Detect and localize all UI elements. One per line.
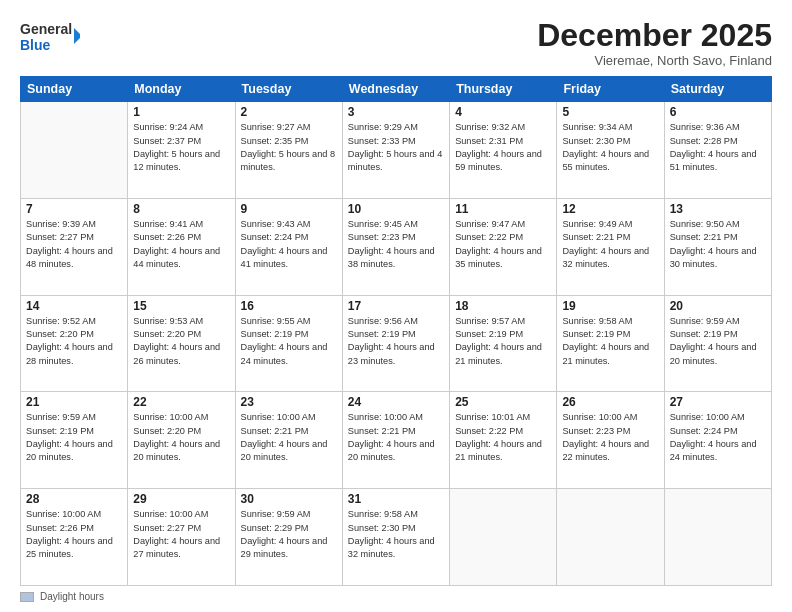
- header-saturday: Saturday: [664, 77, 771, 102]
- logo: General Blue: [20, 18, 80, 58]
- calendar-cell: 10Sunrise: 9:45 AM Sunset: 2:23 PM Dayli…: [342, 198, 449, 295]
- day-info: Sunrise: 10:00 AM Sunset: 2:21 PM Daylig…: [348, 411, 444, 464]
- week-row-5: 28Sunrise: 10:00 AM Sunset: 2:26 PM Dayl…: [21, 489, 772, 586]
- calendar-cell: 9Sunrise: 9:43 AM Sunset: 2:24 PM Daylig…: [235, 198, 342, 295]
- calendar-cell: 6Sunrise: 9:36 AM Sunset: 2:28 PM Daylig…: [664, 102, 771, 199]
- day-info: Sunrise: 9:56 AM Sunset: 2:19 PM Dayligh…: [348, 315, 444, 368]
- day-number: 23: [241, 395, 337, 409]
- day-info: Sunrise: 9:45 AM Sunset: 2:23 PM Dayligh…: [348, 218, 444, 271]
- header-sunday: Sunday: [21, 77, 128, 102]
- day-number: 4: [455, 105, 551, 119]
- day-info: Sunrise: 9:29 AM Sunset: 2:33 PM Dayligh…: [348, 121, 444, 174]
- logo-svg: General Blue: [20, 18, 80, 58]
- day-info: Sunrise: 10:01 AM Sunset: 2:22 PM Daylig…: [455, 411, 551, 464]
- svg-text:General: General: [20, 21, 72, 37]
- calendar-cell: [664, 489, 771, 586]
- day-info: Sunrise: 9:58 AM Sunset: 2:30 PM Dayligh…: [348, 508, 444, 561]
- calendar-cell: 13Sunrise: 9:50 AM Sunset: 2:21 PM Dayli…: [664, 198, 771, 295]
- day-number: 20: [670, 299, 766, 313]
- day-number: 12: [562, 202, 658, 216]
- day-info: Sunrise: 9:59 AM Sunset: 2:19 PM Dayligh…: [670, 315, 766, 368]
- day-number: 3: [348, 105, 444, 119]
- day-info: Sunrise: 9:43 AM Sunset: 2:24 PM Dayligh…: [241, 218, 337, 271]
- calendar-header-row: SundayMondayTuesdayWednesdayThursdayFrid…: [21, 77, 772, 102]
- title-block: December 2025 Vieremae, North Savo, Finl…: [537, 18, 772, 68]
- page: General Blue December 2025 Vieremae, Nor…: [0, 0, 792, 612]
- day-number: 31: [348, 492, 444, 506]
- header-tuesday: Tuesday: [235, 77, 342, 102]
- calendar-cell: 15Sunrise: 9:53 AM Sunset: 2:20 PM Dayli…: [128, 295, 235, 392]
- day-number: 28: [26, 492, 122, 506]
- day-info: Sunrise: 10:00 AM Sunset: 2:20 PM Daylig…: [133, 411, 229, 464]
- week-row-2: 7Sunrise: 9:39 AM Sunset: 2:27 PM Daylig…: [21, 198, 772, 295]
- week-row-1: 1Sunrise: 9:24 AM Sunset: 2:37 PM Daylig…: [21, 102, 772, 199]
- day-info: Sunrise: 10:00 AM Sunset: 2:26 PM Daylig…: [26, 508, 122, 561]
- day-info: Sunrise: 9:50 AM Sunset: 2:21 PM Dayligh…: [670, 218, 766, 271]
- day-info: Sunrise: 9:55 AM Sunset: 2:19 PM Dayligh…: [241, 315, 337, 368]
- day-number: 27: [670, 395, 766, 409]
- calendar-cell: 1Sunrise: 9:24 AM Sunset: 2:37 PM Daylig…: [128, 102, 235, 199]
- week-row-3: 14Sunrise: 9:52 AM Sunset: 2:20 PM Dayli…: [21, 295, 772, 392]
- day-number: 16: [241, 299, 337, 313]
- calendar-cell: 30Sunrise: 9:59 AM Sunset: 2:29 PM Dayli…: [235, 489, 342, 586]
- legend-label: Daylight hours: [40, 591, 104, 602]
- calendar-cell: 11Sunrise: 9:47 AM Sunset: 2:22 PM Dayli…: [450, 198, 557, 295]
- day-number: 30: [241, 492, 337, 506]
- legend-box: [20, 592, 34, 602]
- calendar-cell: 31Sunrise: 9:58 AM Sunset: 2:30 PM Dayli…: [342, 489, 449, 586]
- calendar-cell: 27Sunrise: 10:00 AM Sunset: 2:24 PM Dayl…: [664, 392, 771, 489]
- day-number: 8: [133, 202, 229, 216]
- calendar-cell: [21, 102, 128, 199]
- calendar-cell: 23Sunrise: 10:00 AM Sunset: 2:21 PM Dayl…: [235, 392, 342, 489]
- day-info: Sunrise: 9:36 AM Sunset: 2:28 PM Dayligh…: [670, 121, 766, 174]
- day-info: Sunrise: 9:24 AM Sunset: 2:37 PM Dayligh…: [133, 121, 229, 174]
- subtitle: Vieremae, North Savo, Finland: [537, 53, 772, 68]
- header-wednesday: Wednesday: [342, 77, 449, 102]
- header: General Blue December 2025 Vieremae, Nor…: [20, 18, 772, 68]
- day-info: Sunrise: 10:00 AM Sunset: 2:27 PM Daylig…: [133, 508, 229, 561]
- day-number: 5: [562, 105, 658, 119]
- calendar-cell: 21Sunrise: 9:59 AM Sunset: 2:19 PM Dayli…: [21, 392, 128, 489]
- day-number: 6: [670, 105, 766, 119]
- day-number: 18: [455, 299, 551, 313]
- calendar-cell: 3Sunrise: 9:29 AM Sunset: 2:33 PM Daylig…: [342, 102, 449, 199]
- day-info: Sunrise: 9:41 AM Sunset: 2:26 PM Dayligh…: [133, 218, 229, 271]
- day-number: 1: [133, 105, 229, 119]
- calendar-cell: 24Sunrise: 10:00 AM Sunset: 2:21 PM Dayl…: [342, 392, 449, 489]
- day-info: Sunrise: 9:59 AM Sunset: 2:19 PM Dayligh…: [26, 411, 122, 464]
- week-row-4: 21Sunrise: 9:59 AM Sunset: 2:19 PM Dayli…: [21, 392, 772, 489]
- header-friday: Friday: [557, 77, 664, 102]
- day-number: 29: [133, 492, 229, 506]
- day-info: Sunrise: 9:57 AM Sunset: 2:19 PM Dayligh…: [455, 315, 551, 368]
- day-number: 25: [455, 395, 551, 409]
- day-number: 26: [562, 395, 658, 409]
- day-info: Sunrise: 9:58 AM Sunset: 2:19 PM Dayligh…: [562, 315, 658, 368]
- day-info: Sunrise: 9:53 AM Sunset: 2:20 PM Dayligh…: [133, 315, 229, 368]
- calendar-cell: [450, 489, 557, 586]
- calendar-cell: 18Sunrise: 9:57 AM Sunset: 2:19 PM Dayli…: [450, 295, 557, 392]
- calendar-cell: 8Sunrise: 9:41 AM Sunset: 2:26 PM Daylig…: [128, 198, 235, 295]
- calendar-cell: 26Sunrise: 10:00 AM Sunset: 2:23 PM Dayl…: [557, 392, 664, 489]
- calendar-table: SundayMondayTuesdayWednesdayThursdayFrid…: [20, 76, 772, 586]
- day-info: Sunrise: 9:49 AM Sunset: 2:21 PM Dayligh…: [562, 218, 658, 271]
- day-info: Sunrise: 10:00 AM Sunset: 2:21 PM Daylig…: [241, 411, 337, 464]
- header-monday: Monday: [128, 77, 235, 102]
- day-info: Sunrise: 9:47 AM Sunset: 2:22 PM Dayligh…: [455, 218, 551, 271]
- calendar-cell: 12Sunrise: 9:49 AM Sunset: 2:21 PM Dayli…: [557, 198, 664, 295]
- day-info: Sunrise: 10:00 AM Sunset: 2:23 PM Daylig…: [562, 411, 658, 464]
- day-number: 14: [26, 299, 122, 313]
- day-number: 9: [241, 202, 337, 216]
- day-info: Sunrise: 9:34 AM Sunset: 2:30 PM Dayligh…: [562, 121, 658, 174]
- calendar-cell: 2Sunrise: 9:27 AM Sunset: 2:35 PM Daylig…: [235, 102, 342, 199]
- day-info: Sunrise: 9:39 AM Sunset: 2:27 PM Dayligh…: [26, 218, 122, 271]
- day-number: 10: [348, 202, 444, 216]
- day-number: 21: [26, 395, 122, 409]
- calendar-cell: 5Sunrise: 9:34 AM Sunset: 2:30 PM Daylig…: [557, 102, 664, 199]
- month-title: December 2025: [537, 18, 772, 53]
- day-number: 22: [133, 395, 229, 409]
- day-info: Sunrise: 10:00 AM Sunset: 2:24 PM Daylig…: [670, 411, 766, 464]
- svg-text:Blue: Blue: [20, 37, 51, 53]
- calendar-cell: 16Sunrise: 9:55 AM Sunset: 2:19 PM Dayli…: [235, 295, 342, 392]
- day-info: Sunrise: 9:27 AM Sunset: 2:35 PM Dayligh…: [241, 121, 337, 174]
- day-number: 7: [26, 202, 122, 216]
